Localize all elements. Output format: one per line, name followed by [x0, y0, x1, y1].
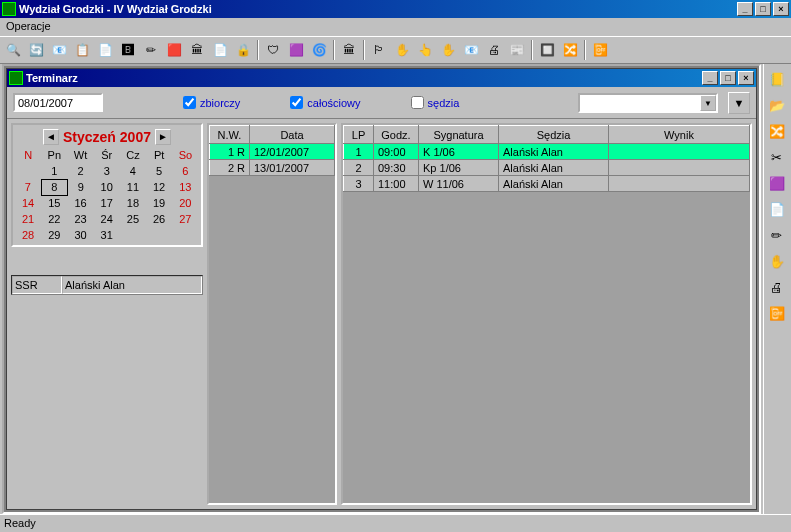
toolbar-button-0[interactable]: 🔍: [2, 39, 24, 61]
col-godz[interactable]: Godz.: [374, 126, 419, 144]
child-close-button[interactable]: ×: [738, 71, 754, 85]
filter-combo[interactable]: ▼: [578, 93, 718, 113]
cal-day[interactable]: 30: [67, 227, 93, 243]
cal-day[interactable]: 27: [172, 211, 198, 227]
col-data[interactable]: Data: [250, 126, 335, 144]
cell-sedzia[interactable]: Alański Alan: [499, 144, 609, 160]
right-toolbar-button-6[interactable]: ✏: [766, 224, 788, 246]
right-toolbar-button-0[interactable]: 📒: [766, 68, 788, 90]
date-input[interactable]: [13, 93, 103, 112]
cal-day[interactable]: 2: [67, 163, 93, 179]
zbiorczy-check[interactable]: [183, 96, 196, 109]
table-row[interactable]: 311:00W 11/06Alański Alan: [344, 176, 750, 192]
close-button[interactable]: ×: [773, 2, 789, 16]
toolbar-button-18[interactable]: 🏳: [368, 39, 390, 61]
zbiorczy-checkbox[interactable]: zbiorczy: [183, 96, 240, 109]
combo-arrow-icon[interactable]: ▼: [700, 95, 716, 111]
cal-day[interactable]: 6: [172, 163, 198, 179]
table-row[interactable]: 2 R13/01/2007: [210, 160, 335, 176]
col-lp[interactable]: LP: [344, 126, 374, 144]
col-nw[interactable]: N.W.: [210, 126, 250, 144]
cal-day[interactable]: 19: [146, 195, 172, 211]
cell-date[interactable]: 12/01/2007: [250, 144, 335, 160]
right-toolbar-button-8[interactable]: 🖨: [766, 276, 788, 298]
cell-wynik[interactable]: [609, 144, 750, 160]
toolbar-button-12[interactable]: 🛡: [262, 39, 284, 61]
cal-day[interactable]: 4: [120, 163, 146, 179]
child-maximize-button[interactable]: □: [720, 71, 736, 85]
cell-date[interactable]: 13/01/2007: [250, 160, 335, 176]
cell-godz[interactable]: 11:00: [374, 176, 419, 192]
cal-day[interactable]: 15: [41, 195, 67, 211]
calosciowy-check[interactable]: [290, 96, 303, 109]
cal-next-button[interactable]: ►: [155, 129, 171, 145]
cell-lp[interactable]: 2: [344, 160, 374, 176]
cal-day[interactable]: 31: [94, 227, 120, 243]
cal-day[interactable]: 21: [15, 211, 41, 227]
toolbar-button-26[interactable]: 🔲: [536, 39, 558, 61]
calosciowy-checkbox[interactable]: całościowy: [290, 96, 360, 109]
cell-syg[interactable]: W 11/06: [419, 176, 499, 192]
cell-lp[interactable]: 1: [344, 144, 374, 160]
cal-day[interactable]: 28: [15, 227, 41, 243]
table-row[interactable]: 109:00K 1/06Alański Alan: [344, 144, 750, 160]
toolbar-button-23[interactable]: 🖨: [483, 39, 505, 61]
toolbar-button-5[interactable]: 🅱: [117, 39, 139, 61]
toolbar-button-1[interactable]: 🔄: [25, 39, 47, 61]
toolbar-button-16[interactable]: 🏛: [338, 39, 360, 61]
cal-day[interactable]: 24: [94, 211, 120, 227]
cal-day[interactable]: 29: [41, 227, 67, 243]
cal-day[interactable]: 25: [120, 211, 146, 227]
maximize-button[interactable]: □: [755, 2, 771, 16]
cal-day[interactable]: 11: [120, 179, 146, 195]
cell-wynik[interactable]: [609, 160, 750, 176]
cal-day[interactable]: 26: [146, 211, 172, 227]
cal-day[interactable]: 7: [15, 179, 41, 195]
table-row[interactable]: 209:30Kp 1/06Alański Alan: [344, 160, 750, 176]
cal-day[interactable]: 8: [41, 179, 67, 195]
cal-day[interactable]: 13: [172, 179, 198, 195]
cell-godz[interactable]: 09:30: [374, 160, 419, 176]
cal-day[interactable]: 12: [146, 179, 172, 195]
cal-day[interactable]: 5: [146, 163, 172, 179]
minimize-button[interactable]: _: [737, 2, 753, 16]
cell-syg[interactable]: Kp 1/06: [419, 160, 499, 176]
toolbar-button-19[interactable]: ✋: [391, 39, 413, 61]
table-row[interactable]: 1 R12/01/2007: [210, 144, 335, 160]
cell-syg[interactable]: K 1/06: [419, 144, 499, 160]
toolbar-button-9[interactable]: 📄: [209, 39, 231, 61]
toolbar-button-8[interactable]: 🏛: [186, 39, 208, 61]
cal-day[interactable]: 1: [41, 163, 67, 179]
right-toolbar-button-4[interactable]: 🟪: [766, 172, 788, 194]
menu-operacje[interactable]: Operacje: [6, 20, 51, 32]
right-toolbar-button-2[interactable]: 🔀: [766, 120, 788, 142]
toolbar-button-3[interactable]: 📋: [71, 39, 93, 61]
sedzia-check[interactable]: [411, 96, 424, 109]
cell-sedzia[interactable]: Alański Alan: [499, 176, 609, 192]
toolbar-button-2[interactable]: 📧: [48, 39, 70, 61]
cal-day[interactable]: 16: [67, 195, 93, 211]
col-syg[interactable]: Sygnatura: [419, 126, 499, 144]
toolbar-button-13[interactable]: 🟪: [285, 39, 307, 61]
right-toolbar-button-5[interactable]: 📄: [766, 198, 788, 220]
dates-grid[interactable]: N.W. Data 1 R12/01/20072 R13/01/2007: [207, 123, 337, 505]
toolbar-button-7[interactable]: 🟥: [163, 39, 185, 61]
toolbar-button-6[interactable]: ✏: [140, 39, 162, 61]
cal-day[interactable]: 20: [172, 195, 198, 211]
toolbar-button-20[interactable]: 👆: [414, 39, 436, 61]
right-toolbar-button-9[interactable]: 📴: [766, 302, 788, 324]
col-wynik[interactable]: Wynik: [609, 126, 750, 144]
cal-day[interactable]: 10: [94, 179, 120, 195]
cal-day[interactable]: 3: [94, 163, 120, 179]
toolbar-button-21[interactable]: ✋: [437, 39, 459, 61]
cell-godz[interactable]: 09:00: [374, 144, 419, 160]
toolbar-button-29[interactable]: 📴: [589, 39, 611, 61]
right-toolbar-button-1[interactable]: 📂: [766, 94, 788, 116]
cell-lp[interactable]: 3: [344, 176, 374, 192]
right-toolbar-button-7[interactable]: ✋: [766, 250, 788, 272]
toolbar-button-10[interactable]: 🔒: [232, 39, 254, 61]
cell-sedzia[interactable]: Alański Alan: [499, 160, 609, 176]
child-minimize-button[interactable]: _: [702, 71, 718, 85]
toolbar-button-4[interactable]: 📄: [94, 39, 116, 61]
cal-day[interactable]: 18: [120, 195, 146, 211]
